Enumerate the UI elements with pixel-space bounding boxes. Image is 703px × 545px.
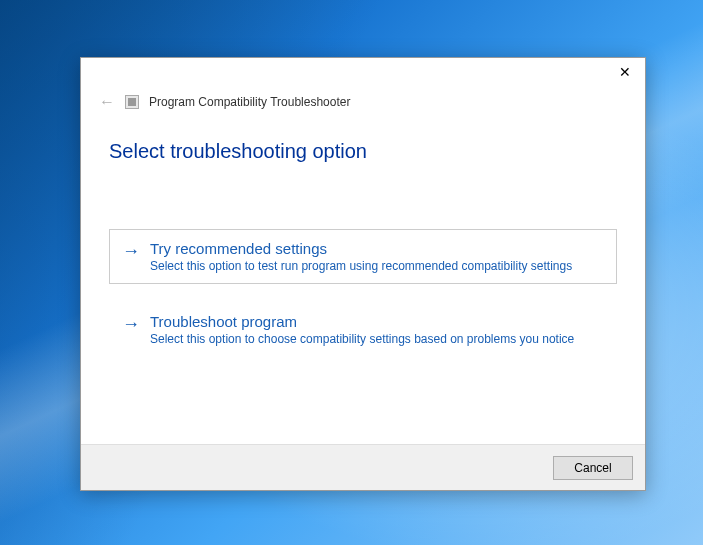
header-row: ← Program Compatibility Troubleshooter bbox=[81, 88, 645, 110]
close-icon: ✕ bbox=[619, 64, 631, 80]
troubleshooter-dialog: ✕ ← Program Compatibility Troubleshooter… bbox=[80, 57, 646, 491]
back-icon[interactable]: ← bbox=[99, 94, 115, 110]
option-description: Select this option to choose compatibili… bbox=[150, 332, 604, 346]
arrow-right-icon: → bbox=[122, 314, 140, 336]
instruction-heading: Select troubleshooting option bbox=[109, 140, 617, 163]
header-title: Program Compatibility Troubleshooter bbox=[149, 95, 350, 109]
titlebar: ✕ bbox=[81, 58, 645, 88]
dialog-footer: Cancel bbox=[81, 444, 645, 490]
option-text: Try recommended settings Select this opt… bbox=[150, 240, 604, 273]
close-button[interactable]: ✕ bbox=[617, 64, 633, 80]
cancel-button[interactable]: Cancel bbox=[553, 456, 633, 480]
option-troubleshoot-program[interactable]: → Troubleshoot program Select this optio… bbox=[109, 302, 617, 357]
arrow-right-icon: → bbox=[122, 241, 140, 263]
option-title: Try recommended settings bbox=[150, 240, 604, 257]
option-try-recommended[interactable]: → Try recommended settings Select this o… bbox=[109, 229, 617, 284]
option-text: Troubleshoot program Select this option … bbox=[150, 313, 604, 346]
option-title: Troubleshoot program bbox=[150, 313, 604, 330]
troubleshooter-icon bbox=[125, 95, 139, 109]
content-area: Select troubleshooting option → Try reco… bbox=[81, 110, 645, 444]
option-description: Select this option to test run program u… bbox=[150, 259, 604, 273]
